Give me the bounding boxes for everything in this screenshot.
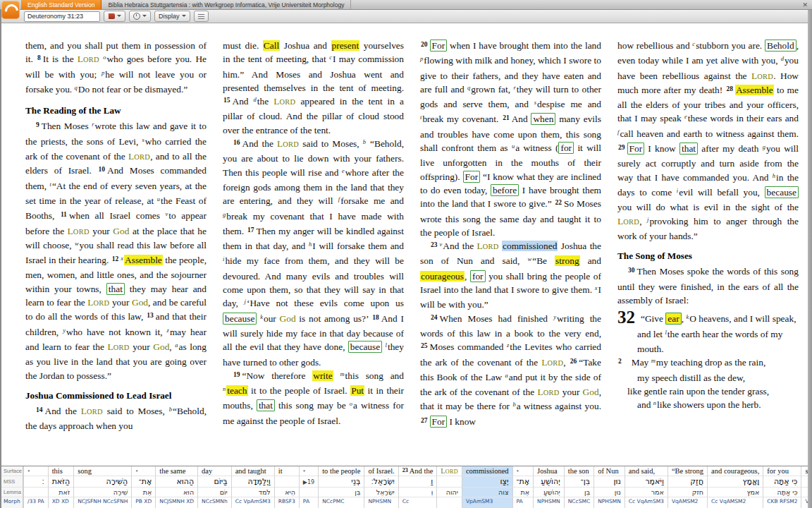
mss-hebrew: אֶת־ (513, 476, 534, 488)
surface-gloss: • (513, 466, 534, 476)
interlinear-cell[interactable]: itהִיאRBSF3 (274, 466, 299, 508)
boxed-word[interactable]: for (470, 270, 486, 282)
divine-name: LORD (441, 467, 458, 475)
interlinear-cell[interactable]: •אֶת־אֵתPB XD (131, 466, 155, 508)
boxed-word[interactable]: for (558, 142, 574, 154)
lemma-hebrew: הוּא (156, 488, 197, 497)
highlight-word[interactable]: Assemble (124, 255, 163, 265)
interlinear-cell[interactable]: LORDיהוה (436, 466, 462, 508)
highlight-word[interactable]: Call (263, 40, 280, 51)
boxed-word[interactable]: For (463, 171, 481, 183)
boxed-word[interactable]: For (430, 40, 448, 52)
close-icon[interactable]: ✕ (798, 0, 812, 9)
boxed-word[interactable]: because (765, 186, 799, 198)
verse-number: 10 (99, 166, 106, 173)
book-dropdown-button[interactable] (104, 11, 125, 22)
highlight-word[interactable]: courageous (420, 271, 465, 282)
mss-hebrew (275, 476, 299, 488)
interlinear-cell[interactable]: •אֶת־אֵתPA (512, 466, 534, 508)
highlight-word[interactable]: present (331, 40, 360, 51)
boxed-word[interactable]: For (430, 416, 448, 428)
ref-marker: l (665, 329, 666, 336)
highlight-word[interactable]: Put (350, 385, 364, 396)
title-bar: English Standard Version Biblia Hebraica… (0, 0, 812, 10)
ref-marker: n (223, 385, 226, 392)
interlinear-cell[interactable]: and courageous,וֶאֱמָץאמץCc VqAMSM2 (707, 466, 763, 508)
morph-tag: VqAMSM2 (668, 497, 707, 506)
lemma-hebrew: נוּן (594, 488, 625, 497)
interlinear-cell[interactable]: “Be strongחֲזַקחזקVqAMSM2 (668, 466, 707, 508)
interlinear-cell[interactable]: the sonבִּן־בֵּןNCcSMC (564, 466, 593, 508)
ref-marker: a (175, 341, 178, 349)
interlinear-cell[interactable]: and taughtוַיְלַמְּדָהּלמדCc VpAmSM3 (231, 466, 274, 508)
interlinear-cell[interactable]: songהַשִּׁירָהשִׁירָהNCJSFNH NCcSFNH (73, 466, 131, 508)
interlinear-cell[interactable]: •▶19PA (299, 466, 318, 508)
interlinear-cell[interactable]: dayבַּיּוֹםיוֹםNCcSMNh (197, 466, 231, 508)
mss-hebrew: יִשְׂרָאֵל׃ (364, 476, 398, 488)
interlinear-cell[interactable]: 23And theוַוְCc (398, 466, 437, 508)
highlight-word[interactable]: teach (226, 385, 247, 396)
notes-button[interactable] (194, 11, 209, 22)
boxed-word[interactable]: For (627, 143, 645, 155)
divine-name: God (280, 313, 296, 324)
ref-marker: z (507, 341, 509, 349)
verse-number: 27 (421, 417, 428, 424)
untranslated-marker: • (303, 467, 306, 475)
interlinear-cell[interactable]: JoshuaיְהוֹשֻׁעַיְהוֹשֻׁעַNPHSMN (533, 466, 564, 508)
divine-name-smallcaps: ORD (279, 98, 295, 106)
ref-marker: e (684, 113, 687, 120)
highlight-word[interactable]: Assemble (735, 85, 774, 95)
boxed-word[interactable]: when (531, 113, 555, 125)
lemma-hebrew: אמץ (708, 488, 763, 497)
interlinear-cell[interactable]: of Israel.יִשְׂרָאֵל׃יִשְׂרָאֵלNPHSMN (364, 466, 398, 508)
boxed-word[interactable]: because (348, 341, 382, 353)
lemma-hebrew: צוה (462, 488, 512, 497)
bible-text-pane[interactable]: them, and you shall put them in possessi… (0, 23, 812, 466)
boxed-word[interactable]: because (223, 313, 257, 325)
interlinear-cell[interactable]: thisהַזֹּאתזֹאתXD XD (48, 466, 74, 508)
ref-marker: e (342, 167, 345, 174)
surface-gloss: and courageous, (708, 466, 763, 476)
chevron-down-icon (182, 13, 186, 20)
selected-word[interactable]: commissioned (502, 241, 558, 251)
boxed-word[interactable]: that (257, 399, 275, 411)
interlinear-cell[interactable]: for youכִּי אַתָּהכִּי אַתָּהCKB RFSM2 (763, 466, 801, 508)
bible-paragraph: 20For when I have brought them into the … (420, 39, 601, 239)
tab-bhs-morphology[interactable]: Biblia Hebraica Stuttgartensia : with We… (102, 0, 351, 9)
mss-hebrew: וֶאֱמָץ (708, 476, 763, 488)
highlight-word[interactable]: strong (555, 255, 579, 266)
ref-marker: p (420, 55, 423, 62)
reference-input[interactable] (24, 11, 100, 22)
highlight-boxed-word[interactable]: ear (665, 313, 681, 325)
ref-marker: i (677, 187, 678, 194)
surface-gloss: • (132, 466, 155, 476)
interlinear-cell[interactable]: to the peopleבְּנֵיבֵּןNCcPMC (318, 466, 364, 508)
ref-marker: v (440, 241, 443, 248)
ref-marker: s (534, 99, 536, 106)
divine-name-smallcaps: ORD (83, 56, 99, 64)
boxed-word[interactable]: that (679, 143, 698, 155)
verse-number: 23 (402, 467, 408, 473)
ref-marker: c (692, 40, 695, 47)
display-menu-button[interactable]: Display (154, 11, 190, 22)
interlinear-cell[interactable]: of NunנוּןנוּןNPHSMN (593, 466, 625, 508)
boxed-word[interactable]: before (491, 184, 519, 196)
lemma-hebrew: אמר (625, 488, 668, 497)
interlinear-cell[interactable]: commissionedיְצַוצוהVpAmSM3 (462, 466, 512, 508)
divine-name: LORD (128, 151, 150, 162)
interlinear-cell[interactable]: the sameהַהוּאהוּאNCJSMNH XD (155, 466, 197, 508)
tab-english-standard-version[interactable]: English Standard Version (21, 0, 102, 9)
divine-name-smallcaps: ORD (113, 344, 130, 351)
boxed-word[interactable]: Behold (765, 40, 796, 52)
ref-marker: f (617, 128, 619, 135)
interlinear-cell[interactable]: and said,וַיֹּאמֶראמרCc VqAmSM3 (625, 466, 668, 508)
surface-gloss: to the people (319, 466, 364, 476)
history-dropdown-button[interactable] (129, 11, 151, 22)
ref-marker: m (651, 357, 656, 364)
boxed-word[interactable]: that (106, 283, 125, 295)
highlight-word[interactable]: write (312, 370, 333, 381)
poetry-line: 32“Give ear, kO heavens, and I will spea… (617, 310, 799, 327)
morph-tag: RBSF3 (275, 497, 299, 506)
ref-marker: z (167, 327, 169, 334)
interlinear-cell[interactable]: •׃/33 PA (23, 466, 48, 508)
